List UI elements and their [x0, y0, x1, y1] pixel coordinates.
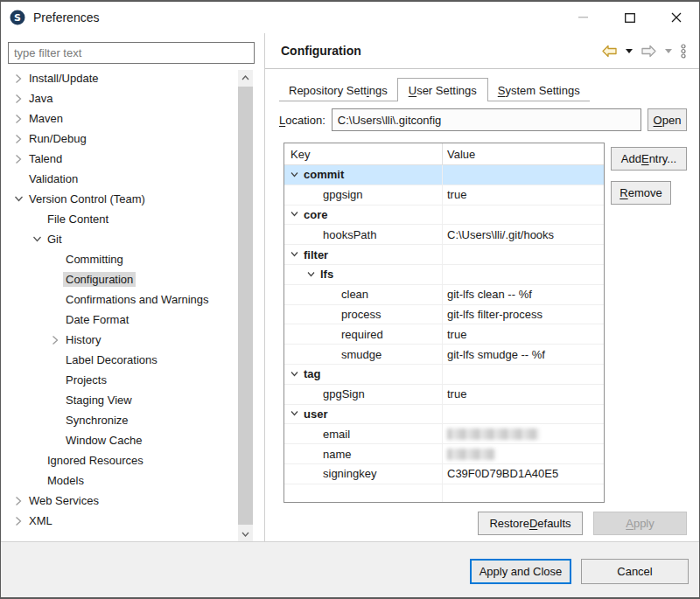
table-row-email[interactable]: email — [284, 424, 604, 444]
tree-item-projects[interactable]: Projects — [2, 370, 234, 390]
forward-dropdown-icon[interactable] — [665, 49, 672, 53]
location-field[interactable] — [332, 108, 641, 131]
tree-item-maven[interactable]: Maven — [2, 108, 234, 129]
table-row-user[interactable]: user — [284, 405, 604, 425]
value-cell: true — [442, 185, 604, 205]
tree-scrollbar[interactable] — [238, 70, 253, 541]
column-value[interactable]: Value — [442, 143, 604, 164]
forward-icon[interactable] — [640, 45, 657, 58]
back-dropdown-icon[interactable] — [626, 49, 633, 53]
chevron-right-icon[interactable] — [10, 114, 26, 124]
table-row-gpgsign[interactable]: gpgSigntrue — [284, 385, 604, 405]
tree-item-models[interactable]: Models — [2, 470, 234, 491]
preferences-dialog: S Preferences Install/UpdateJavaMavenRun… — [0, 0, 700, 599]
page-title: Configuration — [281, 44, 361, 58]
tree-item-run-debug[interactable]: Run/Debug — [2, 129, 234, 149]
panel-divider[interactable] — [264, 33, 265, 541]
tree-item-java[interactable]: Java — [2, 88, 234, 108]
tree-item-validation[interactable]: Validation — [2, 169, 234, 189]
value-cell — [442, 424, 604, 443]
tab-repository-settings[interactable]: Repository Settings — [279, 80, 397, 101]
minimize-button[interactable] — [560, 2, 606, 33]
chevron-down-icon[interactable] — [29, 235, 45, 243]
chevron-right-icon[interactable] — [47, 335, 63, 345]
table-row-required[interactable]: requiredtrue — [284, 324, 604, 345]
filter-input[interactable] — [8, 42, 255, 64]
table-row-core[interactable]: core — [284, 205, 604, 226]
tree-item-label: Ignored Resources — [45, 453, 146, 468]
table-row-clean[interactable]: cleangit-lfs clean -- %f — [284, 285, 604, 305]
tree-item-xml[interactable]: XML — [2, 511, 234, 531]
tree-item-web-services[interactable]: Web Services — [2, 491, 234, 511]
chevron-down-icon[interactable] — [10, 195, 26, 203]
column-key[interactable]: Key — [284, 143, 442, 164]
tree-item-label: Staging View — [63, 393, 135, 407]
value-cell: true — [442, 385, 604, 404]
chevron-right-icon[interactable] — [10, 94, 26, 104]
tree-item-git[interactable]: Git — [2, 229, 234, 249]
chevron-right-icon[interactable] — [10, 496, 26, 506]
restore-defaults-button[interactable]: Restore Defaults — [478, 512, 583, 535]
tree-item-configuration[interactable]: Configuration — [2, 269, 234, 289]
chevron-down-icon[interactable] — [290, 171, 298, 178]
tree-item-label-decorations[interactable]: Label Decorations — [2, 350, 234, 370]
value-cell: git-lfs filter-process — [442, 305, 604, 324]
table-header[interactable]: Key Value — [284, 143, 604, 165]
redacted-value — [447, 428, 539, 440]
tree-item-install-update[interactable]: Install/Update — [2, 68, 234, 88]
key-cell: commit — [284, 165, 442, 185]
tree-item-label: Synchronize — [63, 413, 131, 428]
remove-button[interactable]: Remove — [611, 181, 671, 205]
chevron-down-icon[interactable] — [290, 251, 298, 258]
tree-item-label: Web Services — [26, 493, 102, 508]
add-entry-button[interactable]: Add Entry... — [611, 147, 687, 171]
tree-item-window-cache[interactable]: Window Cache — [2, 430, 234, 450]
table-empty-area — [284, 484, 604, 502]
close-button[interactable] — [653, 2, 699, 33]
tree-item-history[interactable]: History — [2, 330, 234, 350]
scrollbar-thumb[interactable] — [238, 87, 253, 525]
table-row-lfs[interactable]: lfs — [284, 265, 604, 285]
apply-and-close-button[interactable]: Apply and Close — [470, 559, 571, 584]
chevron-right-icon[interactable] — [10, 134, 26, 144]
apply-button[interactable]: Apply — [593, 512, 687, 535]
table-row-gpgsign[interactable]: gpgsigntrue — [284, 185, 604, 205]
tree-item-version-control-team[interactable]: Version Control (Team) — [2, 189, 234, 209]
table-row-filter[interactable]: filter — [284, 245, 604, 265]
cancel-button[interactable]: Cancel — [581, 559, 689, 584]
chevron-down-icon[interactable] — [290, 371, 298, 378]
table-row-smudge[interactable]: smudgegit-lfs smudge -- %f — [284, 345, 604, 365]
scroll-up-icon[interactable] — [238, 70, 253, 85]
tree-item-date-format[interactable]: Date Format — [2, 310, 234, 330]
table-row-tag[interactable]: tag — [284, 365, 604, 385]
maximize-button[interactable] — [606, 2, 653, 33]
tree-item-ignored-resources[interactable]: Ignored Resources — [2, 450, 234, 470]
tree-item-file-content[interactable]: File Content — [2, 209, 234, 229]
tree-item-committing[interactable]: Committing — [2, 249, 234, 269]
chevron-right-icon[interactable] — [10, 516, 26, 526]
chevron-down-icon[interactable] — [290, 211, 298, 218]
value-cell: C39F0D79BD1A40E5 — [442, 464, 604, 484]
scroll-down-icon[interactable] — [238, 526, 253, 541]
view-menu-icon[interactable] — [680, 44, 687, 59]
chevron-down-icon[interactable] — [290, 410, 298, 417]
value-cell: git-lfs smudge -- %f — [442, 345, 604, 364]
tree-item-staging-view[interactable]: Staging View — [2, 390, 234, 410]
open-button[interactable]: Open — [648, 108, 687, 131]
titlebar[interactable]: S Preferences — [1, 2, 699, 33]
config-table: Key Value commitgpgsigntruecorehooksPath… — [284, 143, 605, 503]
tab-user-settings[interactable]: User Settings — [397, 78, 488, 101]
tree-item-synchronize[interactable]: Synchronize — [2, 410, 234, 430]
table-row-hookspath[interactable]: hooksPathC:\Users\lli/.git/hooks — [284, 225, 604, 245]
table-row-name[interactable]: name — [284, 444, 604, 464]
table-row-commit[interactable]: commit — [284, 165, 604, 185]
chevron-right-icon[interactable] — [10, 73, 26, 84]
tree-item-talend[interactable]: Talend — [2, 149, 234, 169]
back-icon[interactable] — [601, 45, 618, 58]
table-row-process[interactable]: processgit-lfs filter-process — [284, 305, 604, 325]
chevron-right-icon[interactable] — [10, 154, 26, 164]
chevron-down-icon[interactable] — [307, 271, 315, 278]
tree-item-confirmations-and-warnings[interactable]: Confirmations and Warnings — [2, 289, 234, 310]
tab-system-settings[interactable]: System Settings — [488, 80, 590, 101]
table-row-signingkey[interactable]: signingkeyC39F0D79BD1A40E5 — [284, 464, 604, 484]
